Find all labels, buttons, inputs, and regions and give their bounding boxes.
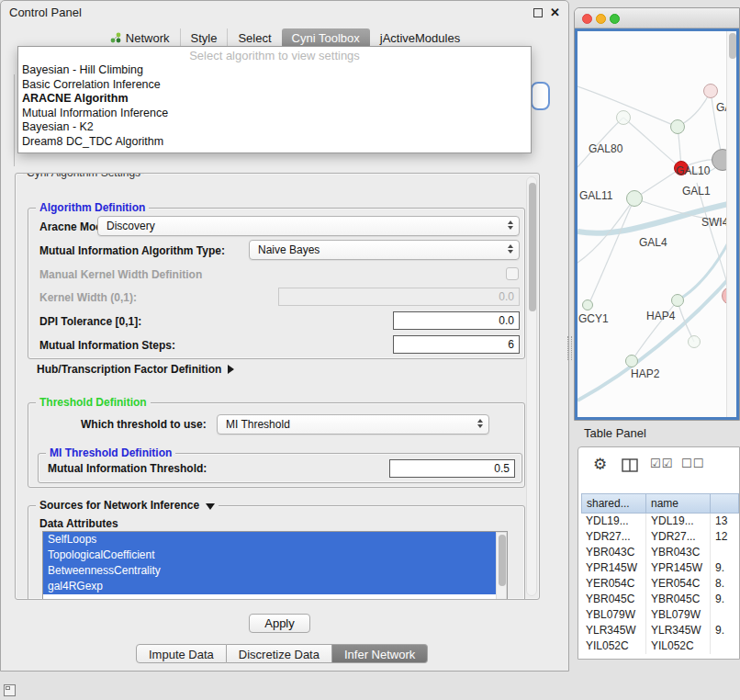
network-node[interactable] xyxy=(688,335,701,348)
table-row[interactable]: YBR045C YBR045C 9. xyxy=(581,592,739,607)
table-cell: 9. xyxy=(711,560,739,576)
tab-label: Network xyxy=(126,31,170,45)
node-label: GCY1 xyxy=(578,312,609,325)
tab-discretize-data[interactable]: Discretize Data xyxy=(227,644,332,663)
list-item[interactable]: TopologicalCoefficient xyxy=(43,548,497,563)
tab-infer-network[interactable]: Infer Network xyxy=(332,644,428,663)
network-scrollbar-thumb[interactable] xyxy=(729,33,736,59)
settings-scrollbar[interactable] xyxy=(526,176,537,596)
mi-threshold-label: Mutual Information Threshold: xyxy=(48,462,207,475)
table-cell: YPR145W xyxy=(581,560,646,576)
table-row[interactable]: YDL19... YDL19... 13 xyxy=(581,514,739,529)
list-item[interactable]: BetweennessCentrality xyxy=(43,563,497,579)
sources-group: Sources for Network Inference Data Attri… xyxy=(28,505,525,600)
mi-algorithm-type-combobox[interactable]: Naive Bayes xyxy=(249,240,520,260)
network-node[interactable] xyxy=(626,190,643,207)
network-scrollbar[interactable] xyxy=(726,31,736,417)
table-cell: YDR27... xyxy=(646,529,711,545)
table-window: ⚙ ☑☑ ☐☐ shared... name YDL19... YDL19...… xyxy=(577,446,740,660)
table-row[interactable]: YDR27... YDR27... 12 xyxy=(581,529,739,545)
table-cell: YDL19... xyxy=(581,514,646,529)
kernel-width-field xyxy=(278,288,520,306)
mi-threshold-group-title: MI Threshold Definition xyxy=(46,446,175,460)
list-item[interactable]: gal4RGexp xyxy=(43,579,497,594)
restore-panel-icon-inner xyxy=(6,686,10,690)
columns-icon[interactable] xyxy=(622,458,638,476)
restore-panel-icon[interactable] xyxy=(4,684,16,696)
algorithm-placeholder: Select algorithm to view settings xyxy=(18,49,531,63)
table-cell: YLR345W xyxy=(646,623,711,638)
tab-select[interactable]: Select xyxy=(227,28,281,48)
dpi-tolerance-field[interactable] xyxy=(393,311,520,330)
table-cell: YBR045C xyxy=(646,592,711,607)
combo-arrows-icon xyxy=(477,419,483,428)
tab-cyni-toolbox[interactable]: Cyni Toolbox xyxy=(282,28,370,48)
threshold-definition-group: Threshold Definition Which threshold to … xyxy=(28,402,525,488)
manual-kernel-label: Manual Kernel Width Definition xyxy=(39,268,202,281)
table-row[interactable]: YER054C YER054C 8. xyxy=(581,576,739,592)
algorithm-option[interactable]: Dream8 DC_TDC Algorithm xyxy=(18,135,531,150)
table-row[interactable]: YLR345W YLR345W 9. xyxy=(581,623,739,638)
hub-section-toggle[interactable]: Hub/Transcription Factor Definition xyxy=(37,363,234,376)
sources-title: Sources for Network Inference xyxy=(39,499,199,513)
table-cell: YBR045C xyxy=(581,592,646,607)
column-header-shared-name[interactable]: shared... xyxy=(581,493,646,514)
tab-label: Cyni Toolbox xyxy=(292,31,360,45)
algorithm-option-selected[interactable]: ARACNE Algorithm xyxy=(18,92,531,107)
algorithm-option[interactable]: Mutual Information Inference xyxy=(18,107,531,121)
manual-kernel-checkbox xyxy=(506,267,519,280)
table-row[interactable]: YIL052C YIL052C xyxy=(581,638,739,654)
list-scrollbar-thumb[interactable] xyxy=(499,535,506,586)
panel-splitter[interactable] xyxy=(567,336,572,360)
aracne-mode-combobox[interactable]: Discovery xyxy=(97,216,520,236)
node-label: GAL11 xyxy=(579,189,612,202)
dpi-tolerance-label: DPI Tolerance [0,1]: xyxy=(39,315,141,328)
close-icon[interactable]: ✕ xyxy=(550,6,560,19)
network-node[interactable] xyxy=(625,355,638,367)
threshold-combobox[interactable]: MI Threshold xyxy=(217,414,489,435)
mi-steps-field[interactable] xyxy=(393,335,520,354)
focused-button[interactable] xyxy=(531,82,550,110)
table-cell: YBR043C xyxy=(646,545,711,560)
algorithm-option[interactable]: Bayesian - Hill Climbing xyxy=(18,63,531,78)
network-canvas[interactable]: GAL GAL80 GAL10 GAL11 GAL1 SWI4 GAL4 GCY… xyxy=(575,28,739,420)
table-cell: YDL19... xyxy=(646,514,711,529)
apply-button[interactable]: Apply xyxy=(249,614,310,633)
settings-scrollbar-thumb[interactable] xyxy=(529,183,536,311)
minimize-traffic-light[interactable] xyxy=(596,14,606,24)
select-all-icon[interactable]: ☑☑ xyxy=(650,457,673,470)
zoom-traffic-light[interactable] xyxy=(610,14,620,24)
tab-style[interactable]: Style xyxy=(180,28,228,48)
tab-jactivemodules[interactable]: jActiveModules xyxy=(370,28,470,48)
tab-impute-data[interactable]: Impute Data xyxy=(136,644,227,663)
column-header-extra[interactable] xyxy=(711,493,739,514)
list-scrollbar[interactable] xyxy=(496,532,507,600)
algorithm-option[interactable]: Basic Correlation Inference xyxy=(18,78,531,93)
float-icon[interactable] xyxy=(533,8,543,17)
table-cell: YLR345W xyxy=(581,623,646,638)
close-traffic-light[interactable] xyxy=(582,14,592,24)
deselect-all-icon[interactable]: ☐☐ xyxy=(681,457,704,470)
table-row[interactable]: YBL079W YBL079W xyxy=(581,607,739,623)
column-header-name[interactable]: name xyxy=(646,493,711,514)
tab-label: jActiveModules xyxy=(380,31,460,45)
table-cell xyxy=(711,607,739,623)
network-icon xyxy=(109,31,121,46)
algorithm-dropdown-popup: Select algorithm to view settings Bayesi… xyxy=(17,46,532,153)
network-node[interactable] xyxy=(670,119,685,134)
mi-steps-label: Mutual Information Steps: xyxy=(39,339,175,352)
hub-section-title: Hub/Transcription Factor Definition xyxy=(37,363,221,376)
network-node[interactable] xyxy=(703,84,718,98)
mi-threshold-field[interactable] xyxy=(389,459,515,478)
table-row[interactable]: YPR145W YPR145W 9. xyxy=(581,560,739,576)
list-item[interactable]: SelfLoops xyxy=(43,532,497,548)
network-node[interactable] xyxy=(582,299,593,310)
network-node[interactable] xyxy=(616,110,631,125)
algorithm-option[interactable]: Bayesian - K2 xyxy=(18,120,531,135)
network-node[interactable] xyxy=(671,294,684,307)
chevron-right-icon xyxy=(228,365,234,374)
table-row[interactable]: YBR043C YBR043C xyxy=(581,545,739,560)
aracne-mode-value: Discovery xyxy=(107,220,155,232)
gear-icon[interactable]: ⚙ xyxy=(593,455,607,474)
sources-toggle[interactable]: Sources for Network Inference xyxy=(36,499,219,513)
